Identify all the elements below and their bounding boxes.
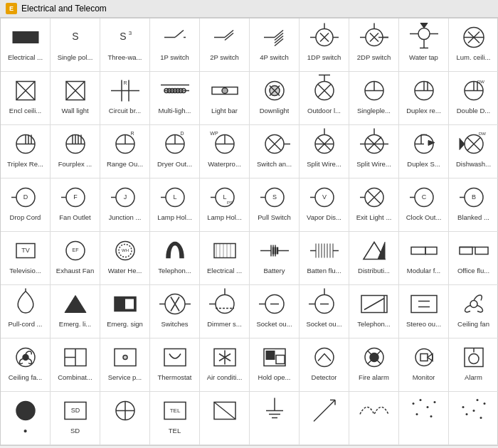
- svg-point-207: [412, 402, 414, 405]
- cell-1[interactable]: SSingle pol...: [51, 18, 100, 72]
- cell-16[interactable]: Outdoor l...: [300, 72, 349, 125]
- cell-13[interactable]: Multi-ligh...: [150, 72, 200, 125]
- cell-34[interactable]: LPSLamp Hol...: [200, 178, 250, 232]
- cell-2[interactable]: S3Three-wa...: [100, 18, 150, 72]
- cell-58[interactable]: Stereo ou...: [399, 285, 449, 338]
- cell-49[interactable]: Office flu...: [449, 232, 498, 285]
- cell-28[interactable]: Duplex S...: [399, 125, 449, 178]
- cell-54[interactable]: Dimmer s...: [200, 285, 250, 338]
- cell-27[interactable]: Split Wire...: [349, 125, 399, 178]
- cell-75[interactable]: [250, 392, 300, 445]
- cell-label-49: Office flu...: [457, 267, 489, 274]
- cell-18[interactable]: Duplex re...: [399, 72, 449, 125]
- cell-74[interactable]: [200, 392, 250, 445]
- cell-63[interactable]: Thermostat: [150, 338, 200, 392]
- cell-55[interactable]: Socket ou...: [250, 285, 300, 338]
- cell-19[interactable]: DWDouble D...: [449, 72, 498, 125]
- svg-line-5: [175, 31, 184, 38]
- cell-45[interactable]: Battery: [250, 232, 300, 285]
- cell-35[interactable]: SPull Switch: [250, 178, 300, 232]
- cell-33[interactable]: LLamp Hol...: [150, 178, 200, 232]
- cell-42[interactable]: WHWater He...: [100, 232, 150, 285]
- cell-4[interactable]: 2P switch: [200, 18, 250, 72]
- cell-29[interactable]: DWDishwash...: [449, 125, 498, 178]
- symbol-60: [8, 341, 43, 373]
- cell-37[interactable]: Exit Light ...: [349, 178, 399, 232]
- cell-8[interactable]: Water tap: [399, 18, 449, 72]
- svg-point-213: [483, 402, 485, 405]
- cell-61[interactable]: Combinat...: [51, 338, 100, 392]
- cell-39[interactable]: BBlanked ...: [449, 178, 498, 232]
- cell-69[interactable]: Alarm: [449, 338, 498, 392]
- symbol-68: [406, 341, 442, 373]
- cell-3[interactable]: 1P switch: [150, 18, 200, 72]
- cell-32[interactable]: JJunction ...: [100, 178, 150, 232]
- cell-31[interactable]: FFan Outlet: [51, 178, 100, 232]
- cell-20[interactable]: Triplex Re...: [1, 125, 51, 178]
- cell-36[interactable]: VVapor Dis...: [300, 178, 349, 232]
- cell-label-24: Waterpro...: [208, 160, 241, 168]
- cell-76[interactable]: [300, 392, 349, 445]
- cell-25[interactable]: Switch an...: [250, 125, 300, 178]
- cell-78[interactable]: [399, 392, 449, 445]
- cell-44[interactable]: Electrical ...: [200, 232, 250, 285]
- cell-43[interactable]: Telephon...: [150, 232, 200, 285]
- cell-72[interactable]: [100, 392, 150, 445]
- cell-50[interactable]: Pull-cord ...: [1, 285, 51, 338]
- cell-label-3: 1P switch: [160, 53, 189, 61]
- cell-47[interactable]: Distributi...: [349, 232, 399, 285]
- cell-label-46: Batten flu...: [307, 267, 341, 274]
- cell-17[interactable]: Singleple...: [349, 72, 399, 125]
- svg-text:S: S: [272, 193, 276, 201]
- cell-0[interactable]: Electrical ...: [1, 18, 51, 72]
- cell-38[interactable]: CClock Out...: [399, 178, 449, 232]
- cell-label-68: Monitor: [413, 373, 435, 381]
- cell-26[interactable]: Split Wire...: [300, 125, 349, 178]
- symbol-45: [257, 235, 292, 267]
- cell-57[interactable]: Telephon...: [349, 285, 399, 338]
- cell-6[interactable]: 1DP switch: [300, 18, 349, 72]
- cell-48[interactable]: Modular f...: [399, 232, 449, 285]
- cell-71[interactable]: SDSD: [51, 392, 100, 445]
- cell-70[interactable]: ●: [1, 392, 51, 445]
- cell-65[interactable]: Hold ope...: [250, 338, 300, 392]
- cell-12[interactable]: RCircuit br...: [100, 72, 150, 125]
- cell-73[interactable]: TELTEL: [150, 392, 200, 445]
- cell-5[interactable]: 4P switch: [250, 18, 300, 72]
- title-bar: E Electrical and Telecom: [0, 0, 498, 18]
- cell-40[interactable]: TVTelevisio...: [1, 232, 51, 285]
- cell-41[interactable]: EFExhaust Fan: [51, 232, 100, 285]
- cell-66[interactable]: Detector: [300, 338, 349, 392]
- cell-53[interactable]: Switches: [150, 285, 200, 338]
- cell-label-31: Fan Outlet: [59, 213, 90, 221]
- cell-14[interactable]: Light bar: [200, 72, 250, 125]
- svg-text:TEL: TEL: [169, 407, 180, 414]
- cell-64[interactable]: Air conditi...: [200, 338, 250, 392]
- cell-60[interactable]: Ceiling fa...: [1, 338, 51, 392]
- cell-24[interactable]: WPWaterpro...: [200, 125, 250, 178]
- svg-rect-181: [164, 349, 186, 366]
- cell-62[interactable]: Service p...: [100, 338, 150, 392]
- symbol-18: [406, 75, 442, 107]
- cell-56[interactable]: Socket ou...: [300, 285, 349, 338]
- symbol-32: J: [107, 181, 143, 213]
- cell-59[interactable]: Ceiling fan: [449, 285, 498, 338]
- cell-7[interactable]: 2DP switch: [349, 18, 399, 72]
- cell-46[interactable]: Batten flu...: [300, 232, 349, 285]
- cell-21[interactable]: Fourplex ...: [51, 125, 100, 178]
- symbol-76: [307, 395, 342, 427]
- cell-79[interactable]: [449, 392, 498, 445]
- cell-30[interactable]: DDrop Cord: [1, 178, 51, 232]
- cell-67[interactable]: Fire alarm: [349, 338, 399, 392]
- cell-15[interactable]: Downlight: [250, 72, 300, 125]
- cell-22[interactable]: RRange Ou...: [100, 125, 150, 178]
- cell-9[interactable]: Lum. ceili...: [449, 18, 498, 72]
- cell-68[interactable]: Monitor: [399, 338, 449, 392]
- cell-52[interactable]: Emerg. sign: [100, 285, 150, 338]
- svg-point-189: [415, 349, 433, 366]
- cell-77[interactable]: [349, 392, 399, 445]
- cell-51[interactable]: Emerg. li...: [51, 285, 100, 338]
- cell-10[interactable]: Encl ceili...: [1, 72, 51, 125]
- cell-11[interactable]: Wall light: [51, 72, 100, 125]
- cell-23[interactable]: DDryer Out...: [150, 125, 200, 178]
